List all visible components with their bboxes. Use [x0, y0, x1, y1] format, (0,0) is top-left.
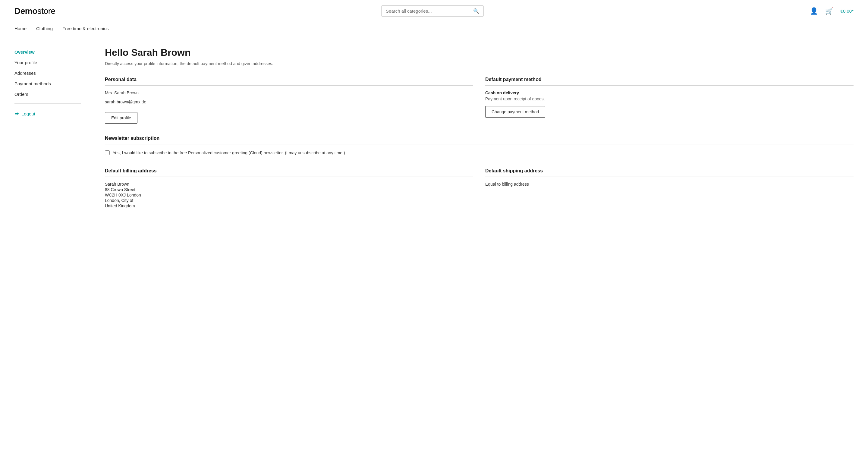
logo-bold: Demo: [14, 6, 37, 16]
greeting-subtitle: Directly access your profile information…: [105, 61, 854, 66]
search-bar: 🔍: [381, 5, 484, 17]
content: Hello Sarah Brown Directly access your p…: [81, 47, 854, 221]
main-nav: Home Clothing Free time & electronics: [0, 22, 868, 35]
billing-country: United Kingdom: [105, 203, 473, 208]
personal-payment-row: Personal data Mrs. Sarah Brown sarah.bro…: [105, 77, 854, 124]
logout-label: Logout: [22, 111, 35, 116]
logout-link[interactable]: ➡ Logout: [14, 108, 81, 119]
logo-light: store: [37, 6, 56, 16]
search-input[interactable]: [386, 8, 471, 13]
sidebar-item-profile[interactable]: Your profile: [14, 58, 81, 67]
newsletter-checkbox[interactable]: [105, 150, 110, 155]
header-actions: 👤 🛒 €0.00*: [810, 7, 854, 15]
sidebar-link-orders[interactable]: Orders: [14, 89, 81, 99]
nav-free-time[interactable]: Free time & electronics: [62, 26, 108, 31]
shipping-title: Default shipping address: [485, 168, 854, 177]
payment-title: Default payment method: [485, 77, 854, 86]
billing-city: London, City of: [105, 198, 473, 203]
sidebar-divider: [14, 103, 81, 104]
personal-data-col: Personal data Mrs. Sarah Brown sarah.bro…: [105, 77, 473, 124]
personal-data-name: Mrs. Sarah Brown: [105, 90, 473, 95]
billing-name: Sarah Brown: [105, 182, 473, 187]
shipping-equal-text: Equal to billing address: [485, 182, 854, 187]
billing-title: Default billing address: [105, 168, 473, 177]
user-icon[interactable]: 👤: [810, 7, 818, 15]
logout-icon: ➡: [14, 110, 19, 117]
sidebar: Overview Your profile Addresses Payment …: [14, 47, 81, 221]
billing-postcode: WC2H 0XJ London: [105, 193, 473, 197]
sidebar-link-profile[interactable]: Your profile: [14, 58, 81, 67]
sidebar-link-overview[interactable]: Overview: [14, 47, 81, 57]
page-greeting: Hello Sarah Brown: [105, 47, 854, 58]
payment-method-col: Default payment method Cash on delivery …: [485, 77, 854, 124]
newsletter-check-row: Yes, I would like to subscribe to the fr…: [105, 150, 854, 156]
search-icon[interactable]: 🔍: [473, 8, 479, 14]
main-layout: Overview Your profile Addresses Payment …: [0, 35, 868, 233]
nav-clothing[interactable]: Clothing: [36, 26, 53, 31]
logo[interactable]: Demostore: [14, 6, 56, 16]
newsletter-label: Yes, I would like to subscribe to the fr…: [113, 150, 345, 156]
sidebar-item-orders[interactable]: Orders: [14, 89, 81, 99]
address-row: Default billing address Sarah Brown 88 C…: [105, 168, 854, 209]
sidebar-nav: Overview Your profile Addresses Payment …: [14, 47, 81, 99]
sidebar-item-addresses[interactable]: Addresses: [14, 68, 81, 78]
billing-street: 88 Crown Street: [105, 187, 473, 192]
header: Demostore 🔍 👤 🛒 €0.00*: [0, 0, 868, 22]
cart-amount[interactable]: €0.00*: [841, 8, 854, 13]
sidebar-link-payment[interactable]: Payment methods: [14, 79, 81, 89]
cart-icon[interactable]: 🛒: [825, 7, 833, 15]
sidebar-link-addresses[interactable]: Addresses: [14, 68, 81, 78]
nav-home[interactable]: Home: [14, 26, 27, 31]
edit-profile-button[interactable]: Edit profile: [105, 112, 137, 124]
change-payment-button[interactable]: Change payment method: [485, 106, 545, 118]
payment-method-desc: Payment upon receipt of goods.: [485, 96, 854, 101]
sidebar-item-payment[interactable]: Payment methods: [14, 79, 81, 89]
payment-method-name: Cash on delivery: [485, 90, 854, 95]
billing-address-col: Default billing address Sarah Brown 88 C…: [105, 168, 473, 209]
shipping-address-col: Default shipping address Equal to billin…: [485, 168, 854, 209]
newsletter-title: Newsletter subscription: [105, 136, 854, 145]
sidebar-item-overview[interactable]: Overview: [14, 47, 81, 57]
newsletter-section: Newsletter subscription Yes, I would lik…: [105, 136, 854, 156]
personal-data-email: sarah.brown@gmx.de: [105, 99, 473, 104]
personal-data-title: Personal data: [105, 77, 473, 86]
